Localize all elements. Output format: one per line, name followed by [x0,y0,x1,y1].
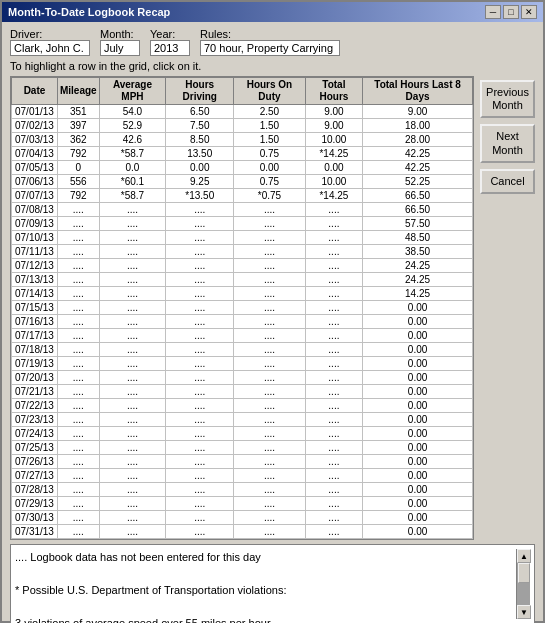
cancel-button[interactable]: Cancel [480,169,535,194]
maximize-button[interactable]: □ [503,5,519,19]
table-row[interactable]: 07/04/13792*58.713.500.75*14.2542.25 [12,147,473,161]
table-cell: .... [234,315,305,329]
table-cell: .... [305,301,362,315]
table-cell: 07/01/13 [12,105,58,119]
main-window: Month-To-Date Logbook Recap ─ □ ✕ Driver… [0,0,545,623]
table-row[interactable]: 07/21/13....................0.00 [12,385,473,399]
table-cell: 52.9 [99,119,166,133]
table-cell: 0.00 [363,441,473,455]
table-cell: .... [99,427,166,441]
table-cell: 792 [57,147,99,161]
table-row[interactable]: 07/18/13....................0.00 [12,343,473,357]
previous-month-button[interactable]: Previous Month [480,80,535,118]
table-cell: 24.25 [363,273,473,287]
table-cell: .... [305,273,362,287]
table-row[interactable]: 07/07/13792*58.7*13.50*0.75*14.2566.50 [12,189,473,203]
table-cell: .... [166,385,234,399]
table-cell: 07/22/13 [12,399,58,413]
minimize-button[interactable]: ─ [485,5,501,19]
table-cell: .... [305,399,362,413]
table-row[interactable]: 07/13/13....................24.25 [12,273,473,287]
table-cell: .... [234,385,305,399]
table-cell: 07/30/13 [12,511,58,525]
table-cell: .... [166,259,234,273]
table-row[interactable]: 07/29/13....................0.00 [12,497,473,511]
table-cell: .... [234,497,305,511]
table-cell: 07/09/13 [12,217,58,231]
table-row[interactable]: 07/25/13....................0.00 [12,441,473,455]
table-row[interactable]: 07/27/13....................0.00 [12,469,473,483]
table-cell: 0.00 [363,343,473,357]
table-cell: .... [57,343,99,357]
close-button[interactable]: ✕ [521,5,537,19]
table-cell: 52.25 [363,175,473,189]
table-row[interactable]: 07/19/13....................0.00 [12,357,473,371]
table-cell: .... [305,371,362,385]
table-cell: .... [166,441,234,455]
table-row[interactable]: 07/17/13....................0.00 [12,329,473,343]
table-cell: 57.50 [363,217,473,231]
table-cell: .... [305,203,362,217]
table-cell: .... [234,469,305,483]
table-cell: 0.00 [363,483,473,497]
table-row[interactable]: 07/23/13....................0.00 [12,413,473,427]
table-row[interactable]: 07/24/13....................0.00 [12,427,473,441]
table-cell: .... [57,217,99,231]
table-row[interactable]: 07/01/1335154.06.502.509.009.00 [12,105,473,119]
table-cell: .... [99,217,166,231]
scroll-down-button[interactable]: ▼ [517,605,531,619]
table-cell: 0.00 [363,399,473,413]
table-row[interactable]: 07/22/13....................0.00 [12,399,473,413]
scroll-thumb[interactable] [518,563,530,583]
table-row[interactable]: 07/10/13....................48.50 [12,231,473,245]
table-cell: .... [166,357,234,371]
table-row[interactable]: 07/26/13....................0.00 [12,455,473,469]
table-cell: 2.50 [234,105,305,119]
scroll-track [517,563,530,605]
table-cell: 0.00 [363,357,473,371]
table-row[interactable]: 07/09/13....................57.50 [12,217,473,231]
table-cell: 0.00 [363,455,473,469]
table-cell: .... [166,525,234,539]
col-total-hours-8days: Total Hours Last 8 Days [363,78,473,105]
table-cell: .... [166,217,234,231]
table-row[interactable]: 07/20/13....................0.00 [12,371,473,385]
table-cell: *14.25 [305,189,362,203]
table-cell: .... [166,343,234,357]
table-cell: .... [57,329,99,343]
table-row[interactable]: 07/31/13....................0.00 [12,525,473,539]
table-cell: .... [166,427,234,441]
table-row[interactable]: 07/14/13....................14.25 [12,287,473,301]
table-cell: 28.00 [363,133,473,147]
table-cell: 42.25 [363,161,473,175]
table-cell: 07/28/13 [12,483,58,497]
next-month-button[interactable]: Next Month [480,124,535,162]
table-cell: .... [99,525,166,539]
driver-label: Driver: [10,28,90,40]
table-cell: .... [305,427,362,441]
table-row[interactable]: 07/30/13....................0.00 [12,511,473,525]
table-cell: .... [234,511,305,525]
table-row[interactable]: 07/28/13....................0.00 [12,483,473,497]
notes-scrollbar[interactable]: ▲ ▼ [516,549,530,619]
table-row[interactable]: 07/02/1339752.97.501.509.0018.00 [12,119,473,133]
scroll-up-button[interactable]: ▲ [517,549,531,563]
table-row[interactable]: 07/03/1336242.68.501.5010.0028.00 [12,133,473,147]
table-cell: .... [57,427,99,441]
table-cell: .... [305,455,362,469]
table-cell: 397 [57,119,99,133]
table-cell: *60.1 [99,175,166,189]
table-row[interactable]: 07/11/13....................38.50 [12,245,473,259]
table-cell: .... [99,399,166,413]
table-row[interactable]: 07/12/13....................24.25 [12,259,473,273]
table-cell: .... [57,413,99,427]
table-row[interactable]: 07/08/13....................66.50 [12,203,473,217]
table-cell: .... [99,469,166,483]
table-row[interactable]: 07/16/13....................0.00 [12,315,473,329]
rules-value: 70 hour, Property Carrying [200,40,340,56]
table-row[interactable]: 07/05/1300.00.000.000.0042.25 [12,161,473,175]
table-cell: .... [234,441,305,455]
table-row[interactable]: 07/06/13556*60.19.250.7510.0052.25 [12,175,473,189]
table-row[interactable]: 07/15/13....................0.00 [12,301,473,315]
table-cell: 54.0 [99,105,166,119]
